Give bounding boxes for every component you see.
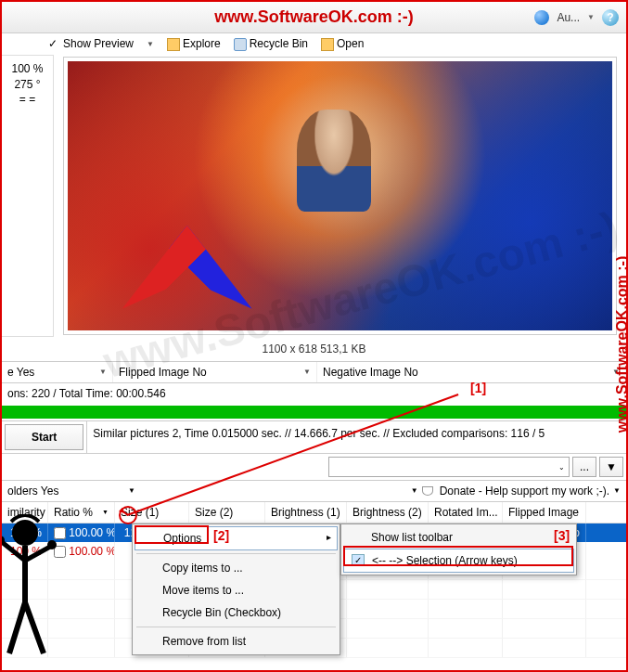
chevron-down-icon[interactable]: ▼: [147, 40, 154, 48]
menu-separator: [136, 553, 336, 554]
folder-icon: [167, 38, 180, 51]
subheader: olders Yes▼ ▼Donate - Help support my wo…: [2, 480, 626, 502]
coffee-icon: [422, 486, 433, 496]
globe-icon: [534, 10, 549, 25]
browse-button[interactable]: ...: [572, 457, 596, 477]
preview-area: 100 % 275 ° = =: [2, 55, 626, 337]
rotation-angle: 275 °: [7, 77, 47, 93]
show-preview-toggle[interactable]: Show Preview: [48, 37, 134, 50]
col-ratio[interactable]: Ratio %▼: [48, 502, 115, 523]
context-menu: Options Copy items to ... Move items to …: [132, 523, 340, 655]
open-icon: [321, 38, 334, 51]
row-checkbox[interactable]: [54, 546, 66, 558]
explore-button[interactable]: Explore: [167, 37, 221, 51]
open-button[interactable]: Open: [321, 37, 364, 51]
col-rotated[interactable]: Rotated Im...: [429, 502, 503, 523]
combo-row: ⌄ ... ▼: [2, 454, 626, 480]
donate-link[interactable]: ▼Donate - Help support my work ;-). ▼: [405, 481, 626, 501]
recycle-icon: [234, 38, 247, 51]
similarity-percent: 100 %: [7, 61, 47, 77]
subfolders-toggle[interactable]: olders Yes▼: [2, 481, 141, 501]
preview-image-wrap: [63, 57, 617, 335]
language-selector[interactable]: Au...: [557, 11, 580, 24]
col-brightness1[interactable]: Brightness (1): [265, 502, 347, 523]
menu-show-toolbar[interactable]: Show list toolbar: [343, 526, 574, 549]
chevron-down-icon[interactable]: ▼: [587, 13, 595, 21]
col-similarity[interactable]: imilarity: [2, 502, 48, 523]
path-combo[interactable]: ⌄: [328, 457, 570, 477]
col-size2[interactable]: Size (2): [189, 502, 265, 523]
equals-indicator: = =: [7, 92, 47, 108]
cell: 100 %: [2, 523, 48, 542]
titlebar: Au... ▼ ?: [2, 2, 626, 33]
filter-yes[interactable]: e Yes▼: [2, 362, 113, 382]
col-brightness2[interactable]: Brightness (2): [347, 502, 429, 523]
preview-caption: 1100 x 618 513,1 KB: [2, 337, 626, 361]
start-button[interactable]: Start: [5, 424, 83, 450]
menu-move[interactable]: Move items to ...: [135, 579, 338, 601]
status-line: ons: 220 / Total Time: 00:00.546: [2, 383, 626, 404]
cell: 100 %: [2, 542, 48, 561]
filter-negative[interactable]: Negative Image No▼: [317, 362, 626, 382]
preview-image: [68, 61, 612, 330]
filter-row: e Yes▼ Flipped Image No▼ Negative Image …: [2, 361, 626, 383]
help-button[interactable]: ?: [602, 9, 619, 26]
preview-toolbar: Show Preview ▼ Explore Recycle Bin Open: [2, 33, 626, 55]
recycle-bin-button[interactable]: Recycle Bin: [234, 37, 308, 51]
row-checkbox[interactable]: [54, 527, 66, 539]
menu-separator: [136, 627, 336, 627]
menu-copy[interactable]: Copy items to ...: [135, 557, 338, 579]
more-button[interactable]: ▼: [599, 457, 623, 477]
table-header: imilarity Ratio %▼ Size (1) Size (2) Bri…: [2, 502, 626, 523]
cell: 100.00 %: [48, 523, 115, 542]
start-row: Start Similar pictures 2, Time 0.015000 …: [2, 420, 626, 454]
menu-selection-arrows[interactable]: <-- --> Selection (Arrow keys): [343, 549, 574, 573]
menu-options[interactable]: Options: [135, 526, 338, 550]
context-submenu: Show list toolbar <-- --> Selection (Arr…: [340, 523, 577, 575]
cell: 100.00 %: [48, 542, 115, 561]
menu-remove[interactable]: Remove from list: [135, 630, 338, 653]
filter-flipped[interactable]: Flipped Image No▼: [113, 362, 317, 382]
col-size1[interactable]: Size (1): [115, 502, 189, 523]
progress-bar: [2, 406, 626, 419]
col-flipped[interactable]: Flipped Image: [503, 502, 586, 523]
preview-stats: 100 % 275 ° = =: [2, 55, 54, 337]
start-info: Similar pictures 2, Time 0.015000 sec. /…: [86, 421, 626, 453]
menu-recycle[interactable]: Recycle Bin (Checkbox): [135, 601, 338, 624]
